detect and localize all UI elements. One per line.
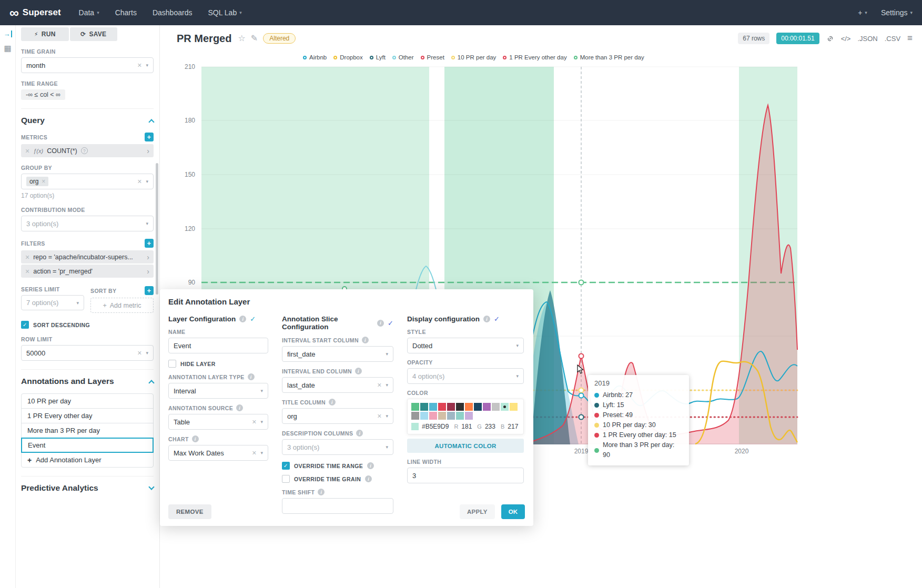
nav-item-data[interactable]: Data▾	[79, 8, 99, 17]
contribution-mode-select[interactable]: 3 option(s) ▾	[21, 216, 154, 231]
new-item-button[interactable]: + ▾	[858, 8, 867, 17]
info-icon[interactable]: i	[192, 435, 199, 442]
override-time-grain-checkbox[interactable]	[282, 475, 290, 483]
remove-filter-icon[interactable]: ×	[25, 254, 29, 261]
color-swatch[interactable]	[420, 403, 428, 411]
hex-value[interactable]: #B5E9D9	[422, 423, 449, 430]
info-icon[interactable]: i	[365, 475, 372, 482]
annotation-source-select[interactable]: Table × ▾	[168, 414, 268, 430]
annotation-layer-item[interactable]: More than 3 PR per day	[21, 423, 154, 438]
settings-menu[interactable]: Settings ▾	[881, 8, 913, 17]
legend-item[interactable]: Preset	[421, 54, 444, 60]
add-filter-button[interactable]: +	[145, 239, 154, 248]
datasource-grid-icon[interactable]: ▦	[4, 44, 11, 52]
apply-button[interactable]: APPLY	[460, 504, 495, 519]
help-icon[interactable]: ?	[81, 147, 88, 154]
info-icon[interactable]: i	[318, 489, 325, 495]
time-grain-select[interactable]: month × ▾	[21, 57, 154, 73]
color-swatch[interactable]	[456, 403, 464, 411]
color-swatch[interactable]	[492, 403, 500, 411]
style-select[interactable]: Dotted ▾	[407, 338, 524, 353]
csv-export-button[interactable]: .CSV	[885, 35, 900, 43]
clear-icon[interactable]: ×	[137, 178, 141, 185]
info-icon[interactable]: i	[356, 430, 363, 437]
info-icon[interactable]: i	[367, 462, 374, 469]
info-icon[interactable]: i	[377, 320, 384, 327]
title-column-select[interactable]: org × ▾	[282, 408, 393, 424]
legend-item[interactable]: Other	[392, 54, 414, 60]
color-swatch[interactable]	[429, 403, 437, 411]
link-icon[interactable]	[826, 35, 834, 43]
color-swatch[interactable]	[465, 403, 473, 411]
color-swatch[interactable]	[420, 412, 428, 420]
legend-item[interactable]: Airbnb	[303, 54, 327, 60]
query-section-header[interactable]: Query	[21, 108, 154, 125]
nav-item-dashboards[interactable]: Dashboards	[153, 8, 192, 17]
run-button[interactable]: ⚡ RUN	[21, 27, 69, 41]
legend-item[interactable]: Lyft	[370, 54, 386, 60]
chart-select[interactable]: Max Work Dates × ▾	[168, 445, 268, 461]
series-limit-select[interactable]: 7 option(s) ▾	[21, 295, 84, 310]
annotation-layer-type-select[interactable]: Interval ▾	[168, 383, 268, 399]
r-value[interactable]: 181	[461, 423, 472, 430]
color-swatch[interactable]	[411, 403, 419, 411]
legend-item[interactable]: More than 3 PR per day	[574, 54, 644, 60]
clear-icon[interactable]: ×	[137, 62, 141, 69]
remove-chip-icon[interactable]: ×	[42, 178, 45, 185]
expand-panel-icon[interactable]: →	[4, 31, 12, 37]
clear-icon[interactable]: ×	[377, 412, 381, 420]
annotation-layer-item[interactable]: 10 PR per day	[21, 393, 154, 409]
add-metric-button[interactable]: +	[145, 133, 154, 141]
add-sort-metric-button[interactable]: +	[145, 286, 154, 295]
interval-end-select[interactable]: last_date × ▾	[282, 377, 393, 393]
color-swatch[interactable]	[447, 403, 455, 411]
name-input[interactable]	[168, 338, 268, 353]
info-icon[interactable]: i	[248, 373, 255, 380]
automatic-color-button[interactable]: AUTOMATIC COLOR	[407, 439, 524, 453]
info-icon[interactable]: i	[362, 337, 369, 343]
interval-start-select[interactable]: first_date ▾	[282, 346, 393, 362]
panel-scrollbar[interactable]	[156, 163, 158, 295]
filter-pill[interactable]: ×repo = 'apache/incubator-supers...›	[21, 250, 154, 263]
legend-item[interactable]: 1 PR Every other day	[503, 54, 566, 60]
add-annotation-layer-button[interactable]: + Add Annotation Layer	[21, 452, 154, 468]
g-value[interactable]: 233	[485, 423, 495, 430]
nav-item-sql-lab[interactable]: SQL Lab▾	[208, 8, 241, 17]
color-swatch[interactable]	[474, 403, 482, 411]
embed-code-icon[interactable]: </>	[841, 35, 851, 43]
info-icon[interactable]: i	[483, 316, 490, 322]
info-icon[interactable]: i	[239, 316, 246, 322]
legend-item[interactable]: 10 PR per day	[451, 54, 497, 60]
ok-button[interactable]: OK	[501, 504, 525, 519]
metric-pill[interactable]: × ƒ(x) COUNT(*) ? ›	[21, 144, 154, 157]
json-export-button[interactable]: .JSON	[857, 35, 877, 43]
menu-icon[interactable]: ≡	[907, 33, 913, 44]
remove-filter-icon[interactable]: ×	[25, 268, 29, 275]
color-swatch[interactable]	[447, 412, 455, 420]
clear-icon[interactable]: ×	[252, 449, 256, 457]
save-button[interactable]: ⟳ SAVE	[70, 27, 118, 41]
info-icon[interactable]: i	[329, 399, 336, 405]
opacity-select[interactable]: 4 option(s) ▾	[407, 368, 524, 384]
filter-pill[interactable]: ×action = 'pr_merged'›	[21, 265, 154, 278]
nav-item-charts[interactable]: Charts	[115, 8, 137, 17]
hide-layer-checkbox[interactable]	[168, 360, 176, 368]
color-swatch[interactable]	[501, 403, 509, 411]
sort-by-add-metric[interactable]: + Add metric	[90, 298, 154, 313]
line-width-input[interactable]	[407, 468, 524, 483]
favorite-star-icon[interactable]: ☆	[238, 34, 245, 43]
color-swatch[interactable]	[438, 412, 446, 420]
annotations-section-header[interactable]: Annotations and Layers	[21, 369, 154, 386]
clear-icon[interactable]: ×	[377, 381, 381, 389]
color-swatch[interactable]	[456, 412, 464, 420]
annotation-layer-item[interactable]: 1 PR Every other day	[21, 408, 154, 423]
b-value[interactable]: 217	[508, 423, 518, 430]
sort-descending-checkbox[interactable]: ✓	[21, 321, 29, 329]
clear-icon[interactable]: ×	[137, 349, 141, 357]
predictive-section-header[interactable]: Predictive Analytics	[21, 476, 154, 493]
superset-logo[interactable]: ∞ Superset	[9, 6, 61, 19]
color-swatch[interactable]	[483, 403, 491, 411]
time-range-badge[interactable]: -∞ ≤ col < ∞	[21, 89, 65, 100]
row-limit-select[interactable]: 50000 × ▾	[21, 345, 154, 361]
color-swatch[interactable]	[510, 403, 518, 411]
